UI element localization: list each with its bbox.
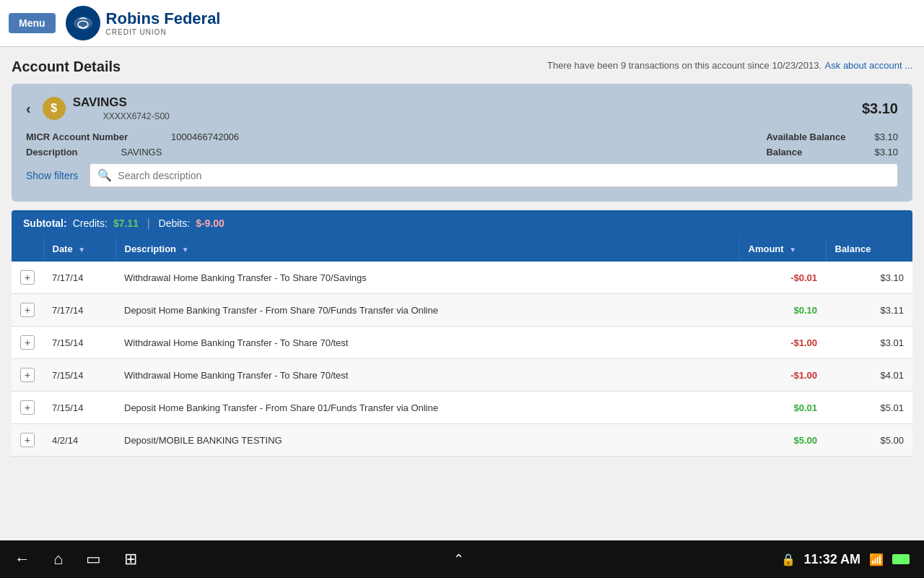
available-balance-label: Available Balance (766, 131, 845, 142)
expand-row-button[interactable]: + (20, 368, 35, 382)
transaction-description: Deposit Home Banking Transfer - From Sha… (116, 294, 739, 327)
balance-value: $3.10 (874, 147, 898, 158)
transaction-date: 7/15/14 (43, 359, 116, 392)
subtotal-label: Subtotal: (23, 217, 67, 229)
subtotal-bar: Subtotal: Credits: $7.11 | Debits: $-9.0… (12, 210, 912, 236)
bottom-nav-right: 🔒 11:32 AM 📶 (781, 552, 910, 567)
table-row: +7/17/14Withdrawal Home Banking Transfer… (12, 262, 912, 294)
expand-row-button[interactable]: + (20, 335, 35, 350)
bottom-nav-left: ← ⌂ ▭ ⊞ (14, 550, 137, 569)
table-body: +7/17/14Withdrawal Home Banking Transfer… (12, 262, 912, 457)
credits-value: $7.11 (113, 217, 139, 229)
micr-row: MICR Account Number 1000466742006 (26, 131, 239, 142)
account-left-details: MICR Account Number 1000466742006 Descri… (26, 131, 239, 158)
description-sort-icon[interactable]: ▼ (182, 246, 189, 254)
bottom-nav-center: ⌃ (453, 551, 464, 567)
account-card-top: ‹ $ SAVINGS XXXXX6742-S00 $3.10 (26, 95, 898, 121)
transaction-description: Withdrawal Home Banking Transfer - To Sh… (116, 262, 739, 294)
debits-label: Debits: (159, 217, 191, 229)
transaction-amount: $0.10 (739, 294, 826, 327)
account-card: ‹ $ SAVINGS XXXXX6742-S00 $3.10 MICR Acc… (12, 84, 912, 202)
top-navigation: Menu Robins Federal CREDIT UNION (0, 0, 924, 47)
account-name-block: SAVINGS XXXXX6742-S00 (73, 95, 170, 121)
expand-row-button[interactable]: + (20, 433, 35, 447)
transaction-info-area: There have been 9 transactions on this a… (547, 59, 912, 72)
time-display: 11:32 AM (804, 552, 860, 567)
transaction-date: 7/15/14 (43, 392, 116, 424)
micr-value: 1000466742006 (171, 131, 239, 142)
amount-sort-icon[interactable]: ▼ (789, 246, 796, 254)
logo-robins: Robins Federal (106, 10, 221, 27)
expand-row-button[interactable]: + (20, 303, 35, 317)
account-right-details: Available Balance $3.10 Balance $3.10 (766, 131, 898, 158)
search-box: 🔍 (90, 163, 898, 187)
transaction-amount: $5.00 (739, 424, 826, 457)
table-row: +4/2/14Deposit/MOBILE BANKING TESTING$5.… (12, 424, 912, 457)
available-balance-row: Available Balance $3.10 (766, 131, 898, 142)
account-number: XXXXX6742-S00 (103, 111, 170, 121)
account-details-grid: MICR Account Number 1000466742006 Descri… (26, 131, 898, 158)
th-expand (12, 236, 43, 262)
logo-text: Robins Federal CREDIT UNION (106, 10, 221, 35)
account-total-balance: $3.10 (862, 100, 898, 117)
show-filters-button[interactable]: Show filters (26, 170, 78, 181)
bottom-navigation: ← ⌂ ▭ ⊞ ⌃ 🔒 11:32 AM 📶 (0, 540, 924, 578)
search-icon: 🔍 (97, 168, 112, 182)
account-header-row: Account Details There have been 9 transa… (12, 59, 912, 75)
balance-label: Balance (766, 147, 802, 158)
chevron-up-icon[interactable]: ⌃ (453, 551, 464, 567)
table-row: +7/15/14Withdrawal Home Banking Transfer… (12, 327, 912, 359)
transaction-balance: $5.00 (826, 424, 912, 457)
transactions-table: Date ▼ Description ▼ Amount ▼ Balance +7… (12, 236, 912, 457)
ask-about-account-link[interactable]: Ask about account ... (825, 60, 912, 71)
expand-row-button[interactable]: + (20, 400, 35, 415)
battery-icon (892, 554, 910, 564)
transaction-balance: $3.11 (826, 294, 912, 327)
search-input[interactable] (118, 170, 890, 181)
lock-status-icon: 🔒 (781, 553, 796, 566)
date-sort-icon[interactable]: ▼ (78, 246, 85, 254)
transaction-date: 7/17/14 (43, 262, 116, 294)
transaction-description: Withdrawal Home Banking Transfer - To Sh… (116, 359, 739, 392)
debits-value: $-9.00 (196, 217, 225, 229)
page-title: Account Details (12, 59, 121, 75)
account-name-row: ‹ $ SAVINGS XXXXX6742-S00 (26, 95, 170, 121)
transaction-description: Withdrawal Home Banking Transfer - To Sh… (116, 327, 739, 359)
th-amount: Amount ▼ (739, 236, 826, 262)
credits-label: Credits: (73, 217, 108, 229)
available-balance-value: $3.10 (874, 131, 898, 142)
grid-nav-icon[interactable]: ⊞ (124, 550, 137, 569)
th-date: Date ▼ (43, 236, 116, 262)
separator: | (147, 217, 150, 229)
back-nav-icon[interactable]: ← (14, 550, 30, 569)
back-button[interactable]: ‹ (26, 100, 31, 117)
table-row: +7/17/14Deposit Home Banking Transfer - … (12, 294, 912, 327)
description-row: Description SAVINGS (26, 147, 239, 158)
table-row: +7/15/14Deposit Home Banking Transfer - … (12, 392, 912, 424)
transaction-amount: -$1.00 (739, 327, 826, 359)
transaction-balance: $4.01 (826, 359, 912, 392)
transaction-balance: $5.01 (826, 392, 912, 424)
transaction-date: 4/2/14 (43, 424, 116, 457)
recent-nav-icon[interactable]: ▭ (86, 550, 101, 569)
transaction-date: 7/15/14 (43, 327, 116, 359)
description-label: Description (26, 147, 78, 158)
filters-row: Show filters 🔍 (26, 163, 898, 187)
menu-button[interactable]: Menu (9, 13, 56, 33)
main-content: Account Details There have been 9 transa… (0, 47, 924, 540)
transaction-info-text: There have been 9 transactions on this a… (547, 60, 821, 71)
transaction-date: 7/17/14 (43, 294, 116, 327)
home-nav-icon[interactable]: ⌂ (53, 550, 63, 569)
expand-row-button[interactable]: + (20, 270, 35, 285)
transaction-amount: $0.01 (739, 392, 826, 424)
th-balance: Balance (826, 236, 912, 262)
th-description: Description ▼ (116, 236, 739, 262)
balance-row: Balance $3.10 (766, 147, 898, 158)
savings-icon: $ (43, 97, 66, 120)
logo-credit: CREDIT UNION (106, 28, 221, 36)
transaction-description: Deposit/MOBILE BANKING TESTING (116, 424, 739, 457)
logo: Robins Federal CREDIT UNION (66, 6, 221, 40)
transaction-amount: -$0.01 (739, 262, 826, 294)
description-value: SAVINGS (121, 147, 162, 158)
table-row: +7/15/14Withdrawal Home Banking Transfer… (12, 359, 912, 392)
